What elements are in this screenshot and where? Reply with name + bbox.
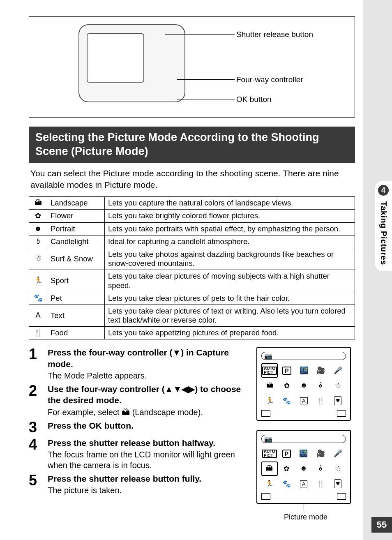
mode-icon: 🐾 — [29, 292, 47, 305]
palette-icon: A — [295, 477, 312, 491]
palette-icon: AUTOPICT — [261, 446, 278, 461]
step: 1Press the four-way controller (▼) in Ca… — [29, 347, 250, 381]
palette-icon: 🎥 — [313, 446, 329, 461]
section-heading: Selecting the Picture Mode According to … — [29, 127, 355, 163]
mode-palette-grid: AUTOPICTP🌃🎥🎤🏔✿☻🕯☃🏃🐾A🍴♥ — [261, 363, 346, 408]
mode-icon: 🕯 — [29, 235, 47, 248]
palette-icon: 🏔 — [261, 462, 278, 476]
callout-line — [177, 79, 235, 80]
mode-icon: 🏔 — [29, 197, 47, 210]
mode-icon: ☻ — [29, 222, 47, 235]
camera-icon: 📷 — [264, 435, 272, 443]
mode-name: Portrait — [47, 222, 105, 235]
mode-desc: Lets you take clear pictures of text or … — [105, 305, 355, 326]
step-number: 3 — [29, 420, 48, 435]
chapter-title: Taking Pictures — [379, 199, 388, 265]
palette-icon: 🐾 — [279, 394, 295, 408]
palette-icon: 🏃 — [261, 477, 278, 491]
mode-name: Landscape — [47, 197, 105, 210]
mode-name: Text — [47, 305, 105, 326]
palette-icon: 🍴 — [313, 394, 329, 408]
palette-icon: ☻ — [296, 378, 312, 393]
step: 3Press the OK button. — [29, 420, 250, 435]
callout-fourway: Four-way controller — [236, 75, 303, 84]
palette-icon: 🎥 — [313, 363, 329, 378]
page-content: Shutter release button Four-way controll… — [29, 16, 355, 524]
step-desc: The picture is taken. — [48, 485, 250, 496]
step-desc: For example, select 🏔 (Landscape mode). — [48, 407, 250, 418]
lcd-bottombar — [261, 410, 346, 418]
palette-icon: 🎤 — [330, 446, 346, 461]
mode-desc: Lets you take photos against dazzling ba… — [105, 248, 355, 270]
steps-list: 1Press the four-way controller (▼) in Ca… — [29, 347, 250, 522]
palette-icon: ☃ — [330, 378, 346, 393]
step-number: 2 — [29, 383, 48, 418]
palette-icon: 🕯 — [313, 378, 329, 393]
mode-desc: Lets you take clear pictures of pets to … — [105, 292, 355, 305]
mode-name: Surf & Snow — [47, 248, 105, 270]
step-body: Press the shutter release button halfway… — [48, 437, 250, 471]
table-row: ☃Surf & SnowLets you take photos against… — [29, 248, 355, 270]
step: 2Use the four-way controller (▲▼◀▶) to c… — [29, 383, 250, 418]
mode-icon: ☃ — [29, 248, 47, 270]
step: 5Press the shutter release button fully.… — [29, 473, 250, 496]
palette-icon: ☻ — [295, 462, 312, 476]
lcd-previews: 📷 AUTOPICTP🌃🎥🎤🏔✿☻🕯☃🏃🐾A🍴♥ 📷 AUTOPICTP🌃🎥🎤🏔… — [256, 347, 355, 522]
step-body: Press the four-way controller (▼) in Cap… — [48, 347, 250, 381]
mode-name: Pet — [47, 292, 105, 305]
palette-icon: P — [279, 446, 295, 461]
mode-desc: Lets you capture the natural colors of l… — [105, 197, 355, 210]
page-number: 55 — [371, 517, 392, 533]
side-gutter: 4 Taking Pictures 55 — [363, 0, 392, 540]
step-desc: The Mode Palette appears. — [48, 370, 250, 381]
mode-desc: Lets you take brightly colored flower pi… — [105, 210, 355, 222]
palette-icon: A — [296, 394, 312, 408]
chapter-tab: 4 Taking Pictures — [375, 181, 392, 271]
mode-desc: Ideal for capturing a candlelit atmosphe… — [105, 235, 355, 248]
palette-icon: 🕯 — [313, 462, 329, 476]
step-title: Press the OK button. — [48, 420, 250, 431]
step-title: Press the shutter release button fully. — [48, 473, 250, 484]
table-row: 🏔LandscapeLets you capture the natural c… — [29, 197, 355, 210]
auto-pict-icon: AUTOPICT — [262, 367, 277, 375]
step-title: Press the shutter release button halfway… — [48, 437, 250, 448]
mode-name: Flower — [47, 210, 105, 222]
lcd-topbar: 📷 — [261, 352, 346, 360]
callout-ok: OK button — [236, 95, 272, 104]
callout-line — [165, 34, 235, 35]
callout-line — [177, 99, 235, 99]
manual-page: 4 Taking Pictures 55 Shutter release but… — [0, 0, 392, 540]
palette-icon: P — [279, 363, 295, 378]
palette-icon: ✿ — [279, 462, 295, 476]
table-row: 🍴FoodLets you take appetizing pictures o… — [29, 327, 355, 339]
step-body: Press the shutter release button fully.T… — [48, 473, 250, 496]
table-row: ATextLets you take clear pictures of tex… — [29, 305, 355, 326]
mode-icon: ✿ — [29, 210, 47, 222]
mode-desc: Lets you take portraits with spatial eff… — [105, 222, 355, 235]
step-number: 5 — [29, 473, 48, 496]
camera-diagram: Shutter release button Four-way controll… — [29, 16, 355, 118]
callout-shutter: Shutter release button — [236, 30, 313, 39]
camera-lcd-illustration — [87, 33, 144, 83]
palette-icon: 🏃 — [261, 394, 278, 408]
mode-name: Food — [47, 327, 105, 339]
mode-palette-grid: AUTOPICTP🌃🎥🎤🏔✿☻🕯☃🏃🐾A🍴♥ — [261, 446, 346, 491]
palette-icon: 🌃 — [296, 363, 312, 378]
table-row: 🏃SportLets you take clear pictures of mo… — [29, 270, 355, 292]
pointer-line — [304, 503, 304, 510]
palette-icon: ☃ — [330, 462, 346, 476]
mode-name: Sport — [47, 270, 105, 292]
palette-icon: AUTOPICT — [261, 363, 278, 378]
chapter-number: 4 — [378, 185, 389, 196]
palette-icon: 🐾 — [279, 477, 295, 491]
table-row: 🕯CandlelightIdeal for capturing a candle… — [29, 235, 355, 248]
auto-pict-icon: AUTOPICT — [262, 450, 277, 458]
mode-name: Candlelight — [47, 235, 105, 248]
palette-icon: ♥ — [330, 477, 346, 491]
picture-mode-table: 🏔LandscapeLets you capture the natural c… — [29, 196, 355, 339]
mode-icon: A — [29, 305, 47, 326]
steps-section: 1Press the four-way controller (▼) in Ca… — [29, 347, 355, 522]
step-number: 4 — [29, 437, 48, 471]
palette-icon: 🎤 — [330, 363, 346, 378]
palette-icon: 🍴 — [313, 477, 329, 491]
